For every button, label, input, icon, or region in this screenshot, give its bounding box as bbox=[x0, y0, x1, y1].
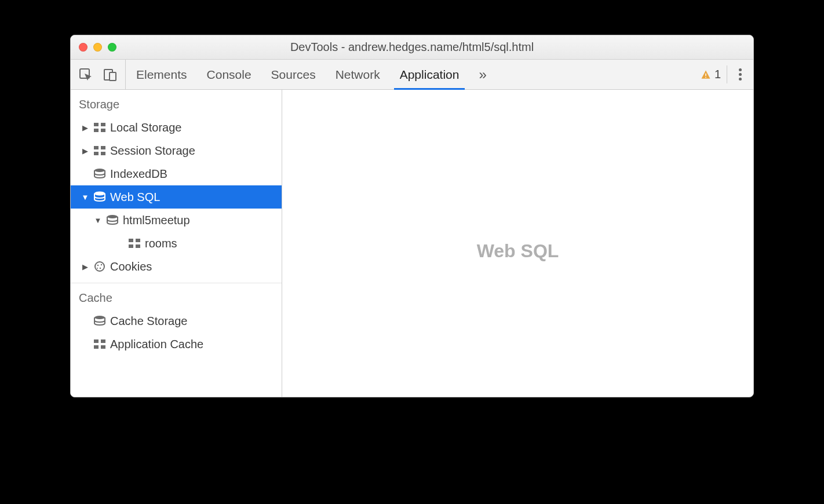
svg-point-25 bbox=[94, 316, 105, 319]
warnings-button[interactable]: 1 bbox=[701, 65, 727, 83]
sidebar-item-label: Cookies bbox=[110, 260, 152, 273]
placeholder-title: Web SQL bbox=[477, 240, 559, 262]
svg-rect-5 bbox=[94, 123, 99, 126]
grid-icon bbox=[93, 145, 107, 156]
svg-point-14 bbox=[94, 192, 105, 195]
warning-count: 1 bbox=[714, 68, 721, 81]
svg-rect-19 bbox=[136, 244, 140, 248]
svg-rect-28 bbox=[94, 345, 99, 349]
svg-rect-26 bbox=[94, 339, 99, 343]
sidebar-item-rooms[interactable]: ▶ rooms bbox=[71, 232, 282, 255]
svg-point-23 bbox=[100, 268, 101, 269]
svg-rect-27 bbox=[101, 339, 105, 343]
svg-rect-12 bbox=[101, 152, 105, 155]
close-window-button[interactable] bbox=[79, 43, 87, 52]
window-title: DevTools - andrew.hedges.name/html5/sql.… bbox=[71, 41, 753, 54]
sidebar-item-indexeddb[interactable]: ▶ IndexedDB bbox=[71, 162, 282, 185]
svg-point-15 bbox=[107, 215, 118, 218]
section-header-storage: Storage bbox=[71, 90, 282, 116]
application-sidebar: Storage ▶ Local Storage ▶ Session Storag… bbox=[71, 90, 282, 397]
main-panel: Web SQL bbox=[282, 90, 753, 397]
grid-icon bbox=[127, 238, 141, 249]
sidebar-item-label: IndexedDB bbox=[110, 167, 167, 181]
chevron-right-icon: ▶ bbox=[81, 147, 89, 155]
svg-rect-10 bbox=[101, 146, 105, 149]
svg-point-13 bbox=[94, 169, 105, 172]
devtools-window: DevTools - andrew.hedges.name/html5/sql.… bbox=[70, 35, 754, 397]
cookie-icon bbox=[93, 261, 107, 272]
sidebar-item-html5meetup[interactable]: ▼ html5meetup bbox=[71, 209, 282, 232]
sidebar-item-cache-storage[interactable]: ▶ Cache Storage bbox=[71, 309, 282, 333]
tab-console[interactable]: Console bbox=[207, 60, 251, 89]
chevron-down-icon: ▼ bbox=[81, 193, 89, 202]
sidebar-item-session-storage[interactable]: ▶ Session Storage bbox=[71, 139, 282, 162]
svg-rect-4 bbox=[705, 76, 706, 78]
svg-point-20 bbox=[95, 262, 104, 271]
more-tabs-icon[interactable]: » bbox=[479, 67, 486, 83]
inspect-element-icon[interactable] bbox=[79, 68, 93, 82]
minimize-window-button[interactable] bbox=[93, 43, 102, 52]
sidebar-item-label: Application Cache bbox=[110, 338, 203, 351]
chevron-right-icon: ▶ bbox=[81, 262, 89, 271]
svg-rect-2 bbox=[110, 72, 116, 81]
sidebar-item-label: Cache Storage bbox=[110, 315, 187, 328]
database-icon bbox=[93, 168, 107, 180]
panel-tabs: Elements Console Sources Network Applica… bbox=[126, 60, 692, 89]
sidebar-item-local-storage[interactable]: ▶ Local Storage bbox=[71, 116, 282, 139]
tab-sources[interactable]: Sources bbox=[271, 60, 316, 89]
svg-rect-7 bbox=[94, 129, 99, 132]
svg-rect-11 bbox=[94, 152, 99, 155]
devtools-toolbar: Elements Console Sources Network Applica… bbox=[71, 60, 753, 90]
titlebar: DevTools - andrew.hedges.name/html5/sql.… bbox=[71, 35, 753, 60]
sidebar-item-web-sql[interactable]: ▼ Web SQL bbox=[71, 185, 282, 209]
svg-point-24 bbox=[97, 268, 98, 269]
sidebar-item-label: rooms bbox=[145, 237, 177, 250]
sidebar-item-label: Session Storage bbox=[110, 144, 195, 158]
device-toolbar-icon[interactable] bbox=[103, 68, 117, 82]
svg-rect-6 bbox=[101, 123, 105, 126]
database-icon bbox=[93, 315, 107, 327]
tab-elements[interactable]: Elements bbox=[136, 60, 187, 89]
svg-rect-8 bbox=[101, 129, 105, 132]
sidebar-item-cookies[interactable]: ▶ Cookies bbox=[71, 255, 282, 278]
svg-rect-16 bbox=[129, 239, 133, 242]
grid-icon bbox=[93, 122, 107, 133]
database-icon bbox=[93, 191, 107, 203]
database-icon bbox=[105, 214, 119, 226]
sidebar-item-label: Local Storage bbox=[110, 121, 181, 134]
svg-rect-3 bbox=[705, 73, 706, 76]
chevron-right-icon: ▶ bbox=[81, 123, 89, 132]
svg-rect-17 bbox=[136, 239, 140, 242]
svg-point-22 bbox=[101, 264, 102, 265]
sidebar-item-application-cache[interactable]: ▶ Application Cache bbox=[71, 333, 282, 356]
tab-application[interactable]: Application bbox=[400, 60, 460, 89]
window-controls bbox=[71, 43, 116, 52]
sidebar-item-label: html5meetup bbox=[123, 214, 190, 227]
sidebar-item-label: Web SQL bbox=[110, 191, 160, 204]
zoom-window-button[interactable] bbox=[108, 43, 116, 52]
svg-rect-9 bbox=[94, 146, 99, 149]
settings-menu-icon[interactable] bbox=[735, 65, 745, 84]
svg-rect-18 bbox=[129, 244, 133, 248]
grid-icon bbox=[93, 338, 107, 350]
tab-network[interactable]: Network bbox=[336, 60, 380, 89]
chevron-down-icon: ▼ bbox=[94, 216, 102, 225]
section-header-cache: Cache bbox=[71, 283, 282, 309]
svg-point-21 bbox=[97, 265, 99, 266]
svg-rect-29 bbox=[101, 345, 105, 349]
